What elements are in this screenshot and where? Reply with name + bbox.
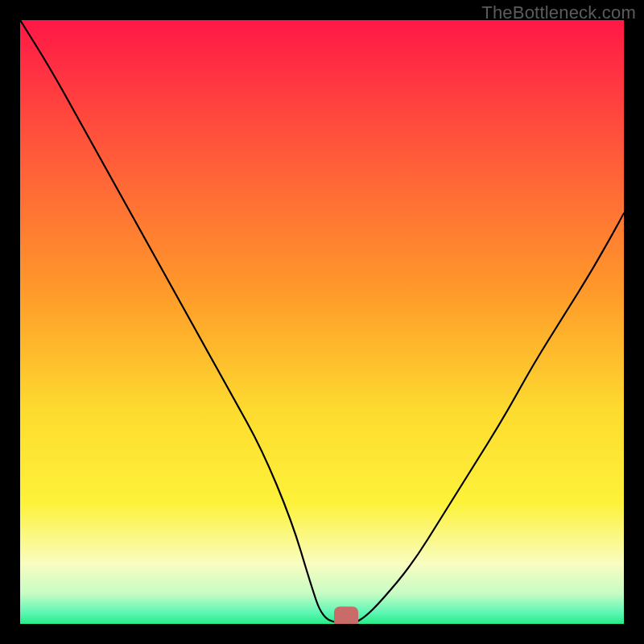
gradient-background <box>20 20 624 624</box>
chart-frame: TheBottleneck.com <box>0 0 644 644</box>
bottleneck-chart <box>20 20 624 624</box>
watermark-text: TheBottleneck.com <box>481 2 636 23</box>
optimal-marker <box>334 607 358 625</box>
